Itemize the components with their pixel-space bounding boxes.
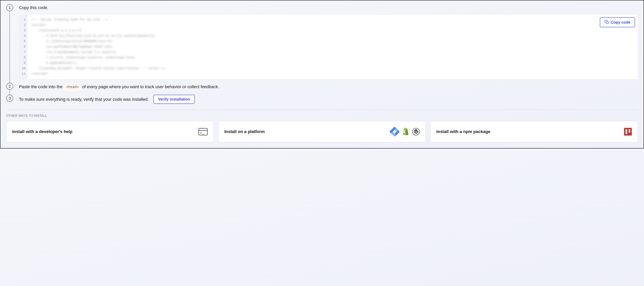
step-2-text-before: Paste the code into the — [19, 83, 62, 90]
copy-code-label: Copy code — [611, 20, 630, 24]
other-ways-label: OTHER WAYS TO INSTALL — [6, 114, 638, 118]
step-2-marker: 2 — [6, 83, 13, 90]
install-platform-title: Install on a platform — [224, 129, 265, 134]
shopify-icon — [402, 128, 409, 136]
svg-rect-0 — [606, 21, 608, 24]
code-gutter: 1234567891011 — [19, 15, 28, 79]
gtm-icon — [390, 127, 400, 137]
npm-icon — [624, 128, 632, 136]
copy-icon — [604, 20, 609, 25]
terminal-icon — [198, 128, 208, 135]
step-1-text: Copy this code. — [19, 4, 638, 11]
step-3-text: To make sure everything is ready, verify… — [19, 96, 149, 103]
install-npm-title: Install with a npm package — [436, 129, 490, 134]
head-code-tag: <head> — [64, 83, 80, 91]
code-body: <!-- Hotjar Tracking Code for my site --… — [28, 15, 638, 79]
step-3-marker: 3 — [6, 95, 13, 102]
code-block: Copy code 1234567891011 <!-- Hotjar Trac… — [19, 15, 638, 79]
divider — [6, 110, 638, 110]
step-1-marker: 1 — [6, 4, 13, 11]
install-developer-card[interactable]: Install with a developer's help — [6, 121, 214, 142]
verify-installation-button[interactable]: Verify installation — [154, 95, 195, 104]
install-npm-card[interactable]: Install with a npm package — [430, 121, 638, 142]
wordpress-icon — [412, 128, 420, 135]
copy-code-button[interactable]: Copy code — [600, 17, 635, 27]
step-2-text-after: of every page where you want to track us… — [82, 83, 219, 90]
install-platform-card[interactable]: Install on a platform — [218, 121, 426, 142]
install-developer-title: Install with a developer's help — [12, 129, 72, 134]
